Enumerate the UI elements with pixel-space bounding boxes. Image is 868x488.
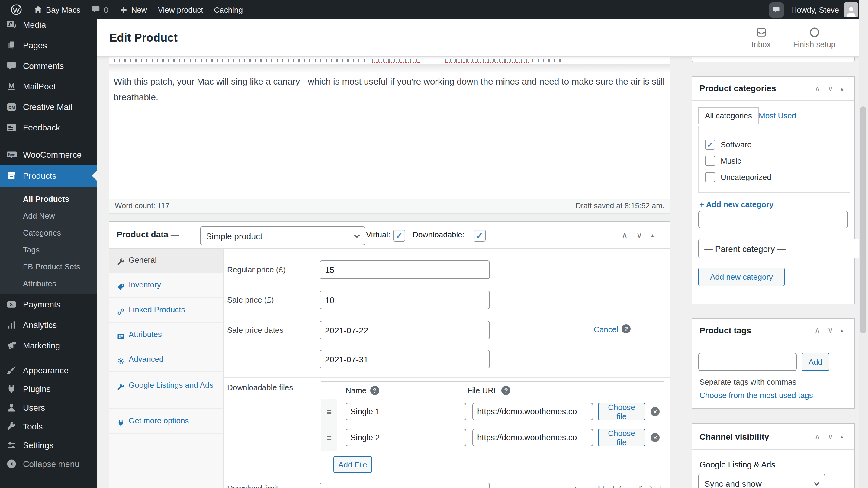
product-type-select[interactable]: Simple product <box>200 226 366 245</box>
submenu-fb-product-sets[interactable]: FB Product Sets <box>0 258 97 275</box>
sidebar-item-media[interactable]: Media <box>0 19 97 35</box>
sidebar-item-users[interactable]: Users <box>0 398 97 417</box>
tab-inventory[interactable]: Inventory <box>109 273 223 298</box>
parent-category-select[interactable]: — Parent category — <box>698 239 868 258</box>
howdy-account-button[interactable]: Howdy, Steve <box>791 0 859 19</box>
new-content-button[interactable]: New <box>114 0 153 19</box>
submenu-all-products[interactable]: All Products <box>0 190 97 207</box>
sidebar-item-appearance[interactable]: Appearance <box>0 361 97 379</box>
chat-notification-icon[interactable] <box>769 2 784 17</box>
download-limit-label: Download limit <box>227 484 278 488</box>
category-checkbox-checked[interactable]: ✓ <box>705 140 715 150</box>
file-name-input[interactable] <box>345 429 466 446</box>
new-tag-input[interactable] <box>698 353 797 371</box>
sidebar-item-plugins[interactable]: Plugins <box>0 379 97 398</box>
move-down-icon[interactable]: ∨ <box>828 84 833 93</box>
channel-visibility-select[interactable]: Sync and show <box>698 474 825 488</box>
caching-button[interactable]: Caching <box>209 0 248 19</box>
sale-date-from-input[interactable] <box>319 321 490 339</box>
sidebar-item-tools[interactable]: Tools <box>0 417 97 435</box>
toggle-panel-icon[interactable]: ▴ <box>840 86 843 92</box>
move-up-icon[interactable]: ∧ <box>814 432 820 441</box>
sidebar-item-feedback[interactable]: Feedback <box>0 117 97 138</box>
site-name-button[interactable]: Bay Macs <box>28 0 86 19</box>
product-description-text[interactable]: With this patch, your Mac will sing like… <box>114 74 667 105</box>
downloadable-checkbox[interactable]: ✓ <box>473 230 486 242</box>
choose-file-button[interactable]: Choose file <box>598 429 645 446</box>
category-checkbox[interactable] <box>705 172 715 182</box>
tab-general[interactable]: General <box>109 248 223 273</box>
choose-file-button[interactable]: Choose file <box>598 403 645 420</box>
tab-advanced[interactable]: Advanced <box>109 347 223 372</box>
categories-panel-header[interactable]: Product categories ∧ ∨ ▴ <box>692 77 854 101</box>
tab-google-listings-ads[interactable]: Google Listings and Ads <box>109 372 223 409</box>
move-up-icon[interactable]: ∧ <box>814 326 820 335</box>
sidebar-item-mailpoet[interactable]: MailPoet <box>0 76 97 97</box>
sale-price-input[interactable] <box>319 291 490 309</box>
help-icon[interactable]: ? <box>370 386 379 395</box>
file-url-input[interactable] <box>472 403 593 420</box>
move-down-icon[interactable]: ∨ <box>828 326 833 335</box>
drag-handle-icon[interactable]: ≡ <box>321 399 337 425</box>
wordpress-menu-button[interactable] <box>5 0 28 19</box>
tab-most-used[interactable]: Most Used <box>759 111 796 120</box>
delete-file-icon[interactable]: ✕ <box>651 407 660 416</box>
virtual-checkbox[interactable]: ✓ <box>393 230 405 242</box>
add-new-category-button[interactable]: Add new category <box>698 268 785 286</box>
users-icon <box>5 401 18 414</box>
add-new-category-link[interactable]: + Add new category <box>700 200 773 209</box>
category-list: ✓ Software Music Uncategorized <box>698 126 850 193</box>
sidebar-item-woocommerce[interactable]: Woo WooCommerce <box>0 144 97 165</box>
scrollbar-thumb[interactable] <box>860 106 866 333</box>
new-category-name-input[interactable] <box>698 211 848 228</box>
add-file-button[interactable]: Add File <box>334 456 372 473</box>
tab-linked-products[interactable]: Linked Products <box>109 298 223 323</box>
page-scrollbar[interactable] <box>859 0 868 488</box>
inbox-button[interactable]: Inbox <box>736 23 786 53</box>
submenu-add-new[interactable]: Add New <box>0 207 97 224</box>
sidebar-item-payments[interactable]: $ Payments <box>0 294 97 315</box>
sidebar-item-creative-mail[interactable]: CM Creative Mail <box>0 97 97 117</box>
category-checkbox[interactable] <box>705 156 715 166</box>
download-limit-input[interactable] <box>319 483 490 488</box>
tab-attributes[interactable]: Attributes <box>109 323 223 347</box>
sidebar-item-comments[interactable]: Comments <box>0 56 97 76</box>
collapse-menu-button[interactable]: Collapse menu <box>0 454 97 473</box>
comments-pending-button[interactable]: 0 <box>86 0 114 19</box>
wrench-icon <box>117 383 125 391</box>
move-up-icon[interactable]: ∧ <box>622 230 628 240</box>
drag-handle-icon[interactable]: ≡ <box>321 425 337 451</box>
help-icon[interactable]: ? <box>502 386 511 395</box>
channel-panel-header[interactable]: Channel visibility ∧ ∨ ▴ <box>692 424 854 450</box>
move-down-icon[interactable]: ∨ <box>637 230 643 240</box>
finish-setup-button[interactable]: Finish setup <box>786 23 842 53</box>
toggle-panel-icon[interactable]: ▴ <box>840 433 843 439</box>
choose-most-used-tags-link[interactable]: Choose from the most used tags <box>700 391 813 400</box>
submenu-tags[interactable]: Tags <box>0 241 97 258</box>
submenu-categories[interactable]: Categories <box>0 224 97 241</box>
regular-price-input[interactable] <box>319 260 490 279</box>
sale-date-to-input[interactable] <box>319 350 490 368</box>
tags-panel-header[interactable]: Product tags ∧ ∨ ▴ <box>692 319 854 342</box>
sidebar-item-analytics[interactable]: Analytics <box>0 315 97 335</box>
sidebar-item-pages[interactable]: Pages <box>0 35 97 56</box>
gear-icon <box>117 357 125 365</box>
toggle-panel-icon[interactable]: ▴ <box>651 232 654 238</box>
toggle-panel-icon[interactable]: ▴ <box>840 327 843 333</box>
sidebar-item-marketing[interactable]: Marketing <box>0 335 97 356</box>
tab-get-more-options[interactable]: Get more options <box>109 409 223 434</box>
view-product-button[interactable]: View product <box>153 0 209 19</box>
submenu-attributes[interactable]: Attributes <box>0 275 97 292</box>
move-up-icon[interactable]: ∧ <box>814 84 820 93</box>
cancel-sale-link[interactable]: Cancel <box>594 325 618 334</box>
help-icon[interactable]: ? <box>622 324 630 333</box>
sidebar-item-products[interactable]: Products <box>0 165 97 187</box>
file-name-input[interactable] <box>345 403 466 420</box>
page-header: Edit Product Inbox Finish setup <box>97 19 859 57</box>
delete-file-icon[interactable]: ✕ <box>651 433 660 442</box>
sidebar-item-settings[interactable]: Settings <box>0 435 97 454</box>
add-tag-button[interactable]: Add <box>802 353 829 371</box>
move-down-icon[interactable]: ∨ <box>828 432 833 441</box>
file-url-input[interactable] <box>472 429 593 446</box>
tab-all-categories[interactable]: All categories <box>698 107 759 124</box>
